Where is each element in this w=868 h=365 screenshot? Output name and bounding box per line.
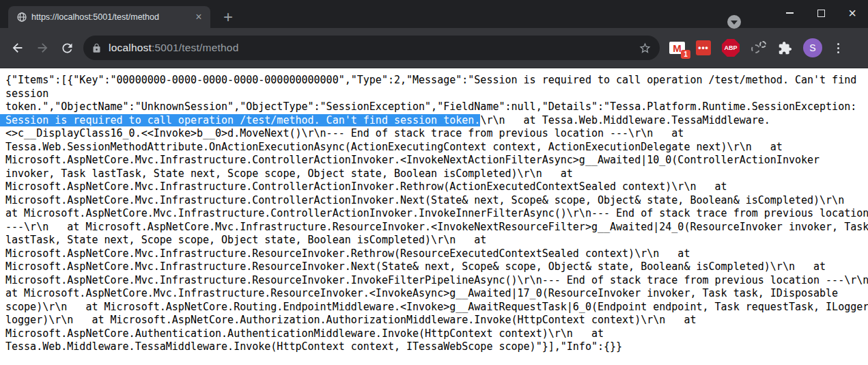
maximize-button[interactable] bbox=[805, 0, 837, 26]
content-line: Microsoft.AspNetCore.Mvc.Infrastructure.… bbox=[5, 247, 863, 261]
forward-button[interactable] bbox=[30, 36, 55, 60]
content-line: Tessa.Web.Middleware.TessaMiddleware.Inv… bbox=[5, 340, 863, 354]
globe-icon bbox=[16, 12, 27, 23]
tab-close-icon[interactable]: × bbox=[193, 11, 205, 23]
extensions-area: M 1 ••• ABP S bbox=[669, 38, 843, 57]
gmail-glyph: M bbox=[673, 42, 682, 54]
refresh-button[interactable] bbox=[55, 36, 79, 60]
content-line: {"Items":[{"Key":"00000000-0000-0000-000… bbox=[5, 74, 863, 87]
new-tab-button[interactable]: + bbox=[219, 8, 238, 27]
maximize-icon bbox=[817, 10, 825, 17]
chevron-down-icon bbox=[731, 21, 738, 25]
minimize-button[interactable] bbox=[774, 0, 805, 26]
lock-icon bbox=[92, 43, 102, 53]
password-manager-extension-icon[interactable]: ••• bbox=[696, 40, 711, 55]
browser-tab[interactable]: https://localhost:5001/test/method × bbox=[8, 6, 210, 28]
close-icon: × bbox=[848, 6, 856, 20]
content-line: token.","ObjectName":"UnknownSession","O… bbox=[5, 100, 863, 114]
bookmark-star-icon[interactable] bbox=[639, 42, 652, 55]
content-line: <>c__DisplayClass16_0.<<Invoke>b__0>d.Mo… bbox=[5, 127, 863, 141]
chrome-update-indicator-icon[interactable] bbox=[727, 15, 741, 29]
url-host: localhost bbox=[109, 42, 152, 53]
back-button[interactable] bbox=[5, 36, 30, 60]
content-line: Microsoft.AspNetCore.Mvc.Infrastructure.… bbox=[5, 194, 863, 208]
gear-icon bbox=[759, 41, 766, 48]
tab-title-fade bbox=[173, 12, 191, 23]
content-line: Microsoft.AspNetCore.Mvc.Infrastructure.… bbox=[5, 154, 863, 167]
window-controls: × bbox=[774, 0, 868, 26]
content-line: lastTask, State next, Scope scope, Objec… bbox=[5, 234, 863, 247]
gears-extension-icon[interactable] bbox=[751, 40, 767, 56]
title-bar: https://localhost:5001/test/method × + × bbox=[0, 0, 868, 28]
browser-menu-button[interactable] bbox=[833, 43, 843, 53]
gear-icon bbox=[751, 44, 760, 53]
url-path: :5001/test/method bbox=[152, 42, 238, 53]
content-line: ---\r\n at Microsoft.AspNetCore.Mvc.Infr… bbox=[5, 221, 863, 234]
content-line: at Microsoft.AspNetCore.Mvc.Infrastructu… bbox=[5, 207, 863, 221]
selected-text: Session is required to call operation /t… bbox=[5, 114, 480, 126]
tab-title: https://localhost:5001/test/method bbox=[31, 12, 191, 23]
refresh-icon bbox=[60, 41, 74, 55]
browser-toolbar: localhost:5001/test/method M 1 ••• ABP S bbox=[0, 28, 868, 68]
arrow-left-icon bbox=[10, 40, 25, 55]
content-line: Session is required to call operation /t… bbox=[5, 114, 863, 128]
content-line: Tessa.Web.SessionMethodAttribute.OnActio… bbox=[5, 141, 863, 154]
minimize-icon bbox=[786, 12, 794, 14]
content-line: Microsoft.AspNetCore.Mvc.Infrastructure.… bbox=[5, 180, 863, 194]
extensions-puzzle-icon[interactable] bbox=[778, 41, 792, 55]
gmail-badge: 1 bbox=[681, 50, 690, 59]
content-line: scope)\r\n at Microsoft.AspNetCore.Routi… bbox=[5, 301, 863, 314]
adblock-plus-extension-icon[interactable]: ABP bbox=[722, 39, 740, 57]
content-line: invoker, Task lastTask, State next, Scop… bbox=[5, 167, 863, 181]
tab-title-wrap: https://localhost:5001/test/method bbox=[31, 12, 191, 23]
content-line: at Microsoft.AspNetCore.Mvc.Infrastructu… bbox=[5, 287, 863, 301]
content-line: Microsoft.AspNetCore.Authentication.Auth… bbox=[5, 327, 863, 341]
content-line: Microsoft.AspNetCore.Mvc.Infrastructure.… bbox=[5, 260, 863, 274]
profile-avatar[interactable]: S bbox=[803, 38, 822, 57]
address-bar[interactable]: localhost:5001/test/method bbox=[83, 36, 660, 60]
arrow-right-icon bbox=[35, 40, 50, 55]
url-text: localhost:5001/test/method bbox=[109, 42, 639, 54]
content-line: session bbox=[5, 87, 863, 101]
content-line: logger)\r\n at Microsoft.AspNetCore.Auth… bbox=[5, 314, 863, 327]
gmail-extension-icon[interactable]: M 1 bbox=[669, 42, 685, 54]
close-window-button[interactable]: × bbox=[837, 0, 868, 26]
page-content: {"Items":[{"Key":"00000000-0000-0000-000… bbox=[0, 68, 868, 360]
content-line: Microsoft.AspNetCore.Mvc.Infrastructure.… bbox=[5, 274, 863, 288]
